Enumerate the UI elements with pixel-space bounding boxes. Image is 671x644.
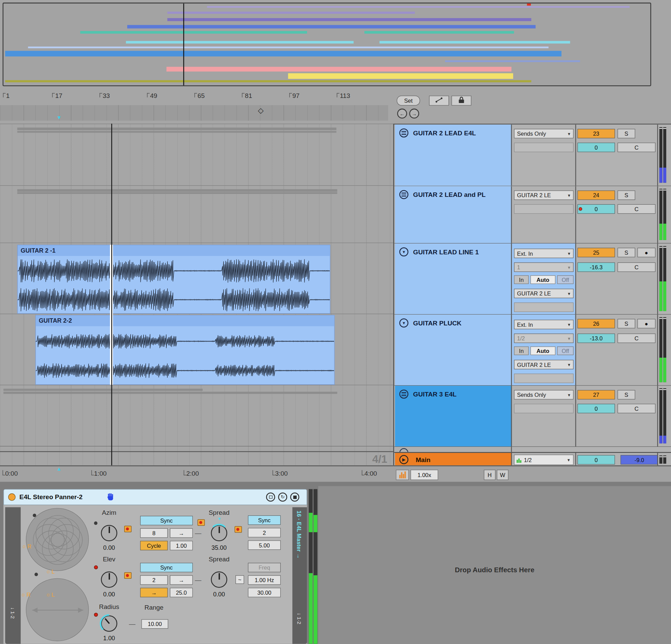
playback-speed-box[interactable]: 1.00x [411,469,438,480]
track-header[interactable]: ▼GUITAR PLUCK [395,314,512,385]
monitor-off-button[interactable]: Off [557,347,573,355]
lock-button[interactable] [452,95,471,105]
pad1-left-target[interactable]: ○ L [47,568,55,575]
spread1-left-led[interactable] [197,519,205,526]
cue-button[interactable]: C [618,404,656,413]
track-number-box[interactable]: 27 [578,390,615,400]
cue-button[interactable]: C [618,142,656,152]
elev-mod-led[interactable] [94,565,98,569]
arm-record-button[interactable]: ● [637,248,655,257]
save-preset-icon[interactable] [290,493,300,502]
main-pan-box[interactable]: -9.0 [621,455,658,464]
elev-value[interactable]: 0.00 [96,591,122,598]
volume-box[interactable]: 0 [578,404,615,413]
unfold-track-icon[interactable]: ▼ [400,247,409,256]
elev-mode-button[interactable]: → [140,588,168,597]
main-track-header[interactable]: ▶Main [395,453,512,465]
arm-record-button[interactable]: ● [637,319,655,329]
output-routing-select[interactable]: GUITAR 2 LE▼ [514,360,574,369]
breakout-window-icon[interactable] [266,493,275,502]
volume-box[interactable]: -16.3 [578,262,615,272]
track-number-box[interactable]: 24 [578,190,615,200]
monitor-in-button[interactable]: In [514,347,529,355]
track-menu-icon[interactable] [400,129,409,138]
audio-effects-drop-zone[interactable]: Drop Audio Effects Here [318,486,671,644]
spread1-depth-box[interactable]: 5.00 [248,540,281,550]
monitor-auto-button[interactable]: Auto [531,347,556,355]
azim-sync-button[interactable]: Sync [140,516,193,525]
spread1-value[interactable]: 35.00 [206,544,232,551]
solo-button[interactable]: S [618,390,635,400]
track-menu-icon[interactable] [400,390,409,399]
pad1-handle-dot[interactable] [33,514,36,517]
spread1-knob[interactable] [211,525,227,541]
unfold-track-icon[interactable]: ▼ [400,319,409,328]
set-loop-button[interactable]: Set [397,95,420,105]
azim-mod-dot[interactable] [94,521,97,525]
pad2-left-target[interactable]: ○ L [47,592,55,598]
spread1-map-led[interactable] [235,526,242,532]
solo-button[interactable]: S [618,190,635,200]
input-routing-select[interactable]: Ext. In▼ [514,320,574,329]
io-empty-box[interactable] [514,374,574,383]
output-routing-select[interactable]: Sends Only▼ [514,129,574,138]
io-empty-box[interactable] [514,404,574,413]
spread2-value[interactable]: 0.00 [206,591,232,598]
elev-map-led[interactable] [124,572,132,579]
solo-button[interactable]: S [618,319,635,329]
solo-button[interactable]: S [618,129,635,138]
track-number-box[interactable]: 23 [578,129,615,138]
radius-value[interactable]: 1.00 [96,635,122,642]
spread1-sync-rate-box[interactable]: 2 [248,528,281,538]
range-value-box[interactable]: 10.00 [141,619,168,629]
beat-ruler[interactable]: 1173349658197113 [0,88,393,105]
track-number-box[interactable]: 26 [578,319,615,329]
track-header[interactable]: ▼GUITAR LEAD LINE 1 [395,243,512,314]
azim-map-led[interactable] [124,526,132,532]
azim-cycle-mult-box[interactable]: 1.00 [170,541,193,551]
cue-button[interactable]: C [618,262,656,272]
io-empty-box[interactable] [514,142,574,152]
main-volume-box[interactable]: 0 [578,455,615,464]
azim-cycle-mode-button[interactable]: Cycle [140,541,168,551]
pad1-handle-dot2[interactable] [34,572,38,576]
clip-title-bar[interactable]: GUITAR 2 -1 [18,245,330,256]
pad2-right-target[interactable]: ○ R [22,592,30,598]
io-empty-box[interactable] [514,204,574,214]
panner-xy-pad-top[interactable] [26,508,89,571]
next-marker-button[interactable]: → [409,108,419,118]
spread2-knob[interactable] [211,571,227,588]
output-routing-select[interactable]: Sends Only▼ [514,390,574,400]
cue-button[interactable]: C [618,334,656,343]
pad1-right-target[interactable]: ○ R [23,543,31,550]
spread2-depth-box[interactable]: 30.00 [248,588,281,597]
audio-speed-icon[interactable] [396,469,409,480]
track-number-box[interactable]: 25 [578,248,615,257]
solo-button[interactable]: S [618,248,635,257]
cue-button[interactable]: C [618,204,656,214]
audio-clip[interactable]: GUITAR 2 -1 [17,245,330,314]
input-channel-select[interactable]: 1▼ [514,262,574,272]
marker-link-button[interactable] [429,95,449,105]
device-title-bar[interactable]: E4L Stereo Panner-2 ↻ [3,489,307,505]
audio-clip[interactable]: GUITAR 2-2 [35,315,335,385]
hot-swap-icon[interactable]: ↻ [278,493,287,502]
spread2-freq-button[interactable]: Freq [248,563,281,572]
track-header[interactable]: GUITAR 2 LEAD E4L [395,125,512,186]
track-menu-icon[interactable] [400,190,409,199]
height-zoom-button[interactable]: H [484,469,495,480]
azim-value[interactable]: 0.00 [96,544,122,551]
azim-sync-rate-box[interactable]: 8 [140,528,168,538]
volume-box[interactable]: -13.0 [578,334,615,343]
azim-direction-box[interactable]: → [170,528,193,538]
output-routing-select[interactable]: GUITAR 2 LE▼ [514,289,574,298]
main-output-select[interactable]: 1/2▼ [514,455,574,465]
radius-mod-led[interactable] [94,613,98,617]
width-zoom-button[interactable]: W [497,469,508,480]
elev-knob[interactable] [101,571,117,588]
spread1-sync-button[interactable]: Sync [248,515,281,525]
track-header[interactable]: GUITAR 3 E4L [395,386,512,447]
input-channel-select[interactable]: 1/2▼ [514,334,574,343]
track-header[interactable]: GUITAR 2 LEAD and PL [395,186,512,243]
radius-knob[interactable] [101,616,117,632]
